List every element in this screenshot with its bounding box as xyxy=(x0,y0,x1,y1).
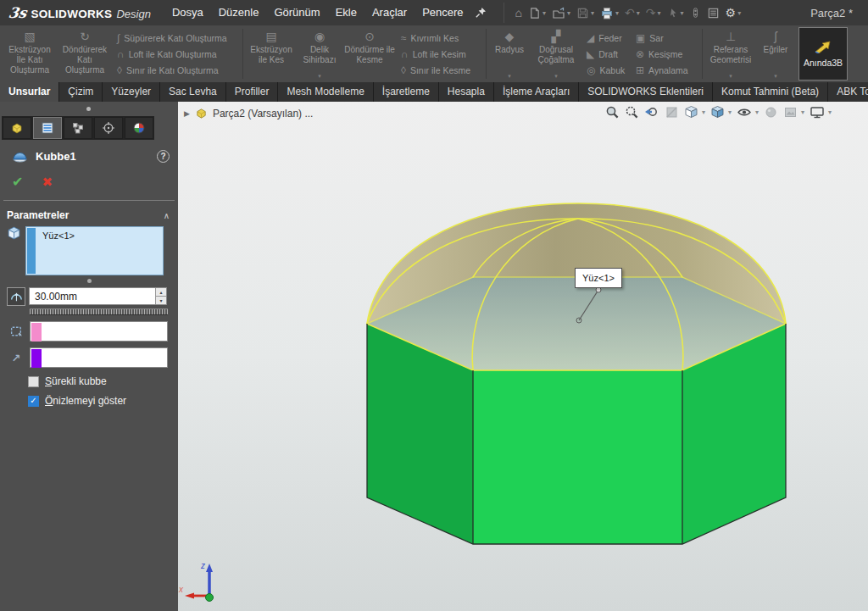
selection-box-resize-dot[interactable] xyxy=(87,279,92,283)
pin-menu-button[interactable] xyxy=(475,7,487,19)
view-settings-button[interactable]: ▾ xyxy=(810,105,832,119)
zoom-area-button[interactable] xyxy=(625,105,639,119)
rebuild-button[interactable] xyxy=(687,3,704,23)
previous-view-button[interactable] xyxy=(644,105,659,119)
panel-tab-dimxpert-manager[interactable] xyxy=(94,117,123,139)
swept-cut-button[interactable]: ≈ Kıvrımlı Kes xyxy=(401,31,479,46)
tab-solidworks-eklentileri[interactable]: SOLIDWORKS Eklentileri xyxy=(579,82,713,102)
graphics-viewport[interactable]: z x ▶ Parça2 (Varsayılan) ... xyxy=(178,102,868,611)
mirror-button[interactable]: ⊞ Aynalama xyxy=(636,63,695,78)
cancel-button[interactable]: ✖ xyxy=(42,175,53,190)
options-button[interactable]: ⚙ ▾ xyxy=(723,3,744,23)
apply-scene-button[interactable]: ▾ xyxy=(783,105,804,119)
tab-unsurlar[interactable]: Unsurlar xyxy=(0,82,59,102)
feature-tree-root[interactable]: ▶ Parça2 (Varsayılan) ... xyxy=(184,107,313,119)
dome-height-icon xyxy=(9,290,23,303)
undo-button[interactable]: ↶ ▾ xyxy=(622,3,643,23)
tab-hesapla[interactable]: Hesapla xyxy=(439,82,494,102)
rebuild-icon xyxy=(690,6,701,19)
face-selection-box[interactable]: Yüz<1> xyxy=(25,226,164,275)
menu-duzenle[interactable]: Düzenle xyxy=(211,0,267,25)
tab-sac-levha[interactable]: Sac Levha xyxy=(160,82,226,102)
select-button[interactable]: ▾ xyxy=(665,3,687,23)
direction-selection-box[interactable] xyxy=(30,347,168,368)
lofted-cut-button[interactable]: ∩ Loft ile Kesim xyxy=(401,47,479,62)
section-view-button[interactable] xyxy=(665,105,679,119)
tab-komut-tahmini[interactable]: Komut Tahmini (Beta) xyxy=(713,82,828,102)
display-style-button[interactable]: ▾ xyxy=(710,105,732,119)
tab-isleme-araclari[interactable]: İşleme Araçları xyxy=(494,82,579,102)
boss-feature-list: ∫ Süpürerek Katı Oluşturma ∩ Loft ile Ka… xyxy=(113,27,240,81)
rib-button[interactable]: ◢ Feder xyxy=(587,31,627,46)
panel-tab-display-manager[interactable] xyxy=(125,117,153,139)
boundary-cut-button[interactable]: ◊ Sınır ile Kesme xyxy=(401,63,479,78)
spin-down-button[interactable]: ▾ xyxy=(155,296,166,304)
panel-tab-configuration-manager[interactable] xyxy=(64,117,92,139)
redo-button[interactable]: ↷ ▾ xyxy=(643,3,664,23)
panel-tab-featuremanager-tree[interactable] xyxy=(3,117,31,139)
shell-button[interactable]: ◎ Kabuk xyxy=(587,63,627,78)
tab-isaretleme[interactable]: İşaretleme xyxy=(374,82,439,102)
boss-extrude-button[interactable]: ▧ Ekstrüzyon İle Katı Oluşturma xyxy=(3,27,57,81)
home-button[interactable]: ⌂ xyxy=(513,3,525,23)
parameters-section-header[interactable]: Parametreler ∧ xyxy=(0,201,178,226)
menu-araclar[interactable]: Araçlar xyxy=(364,0,415,25)
dome-distance-button[interactable] xyxy=(7,287,25,306)
logo-3ds-mark: 3s xyxy=(8,4,28,21)
open-button[interactable]: ▾ xyxy=(549,3,573,23)
distance-thumbwheel[interactable] xyxy=(30,308,168,315)
show-preview-checkbox-row[interactable]: ✓ Önizlemeyi göster xyxy=(28,395,178,407)
revolved-cut-button[interactable]: ⊙ Döndürme ile Kesme xyxy=(342,27,397,81)
swept-boss-button[interactable]: ∫ Süpürerek Katı Oluşturma xyxy=(117,31,236,46)
save-button[interactable]: ▾ xyxy=(574,3,597,23)
new-document-button[interactable]: ▾ xyxy=(526,3,548,23)
print-button[interactable]: ▾ xyxy=(598,3,621,23)
linear-pattern-button[interactable]: ▞ Doğrusal Çoğaltma ▾ xyxy=(530,27,582,81)
boundary-boss-button[interactable]: ◊ Sınır ile Katı Oluşturma xyxy=(117,63,236,78)
fillet-button[interactable]: ◆ Radyus ▾ xyxy=(489,27,530,81)
tab-mesh-modelleme[interactable]: Mesh Modelleme xyxy=(278,82,373,102)
view-orientation-icon xyxy=(684,105,698,119)
menu-gorunum[interactable]: Görünüm xyxy=(266,0,327,25)
selection-scrollbar[interactable] xyxy=(27,228,36,274)
selected-face-item[interactable]: Yüz<1> xyxy=(36,228,75,274)
wrap-button[interactable]: ▣ Sar xyxy=(636,31,695,46)
edit-appearance-button[interactable] xyxy=(764,105,778,119)
instant3d-button[interactable]: Anında3B xyxy=(798,27,848,81)
constraint-selection-box[interactable] xyxy=(30,321,168,342)
menu-dosya[interactable]: Dosya xyxy=(164,0,211,25)
ok-button[interactable]: ✔ xyxy=(12,174,23,190)
reference-geometry-button[interactable]: ⊥ Referans Geometrisi ▾ xyxy=(705,27,756,81)
hole-wizard-icon: ◉ xyxy=(314,31,325,45)
spin-up-button[interactable]: ▴ xyxy=(155,288,166,296)
distance-input[interactable]: 30.00mm ▴ ▾ xyxy=(29,287,167,305)
extruded-cut-button[interactable]: ▤ Ekstrüzyon ile Kes xyxy=(246,27,297,81)
panel-top-splitter[interactable] xyxy=(0,102,178,115)
model-front-face[interactable] xyxy=(473,370,682,544)
revolve-boss-button[interactable]: ↻ Döndürerek Katı Oluşturma xyxy=(57,27,113,81)
continuous-dome-checkbox-row[interactable]: Sürekli kubbe xyxy=(28,375,178,387)
menu-ekle[interactable]: Ekle xyxy=(328,0,364,25)
file-properties-button[interactable] xyxy=(704,3,722,23)
hole-wizard-button[interactable]: ◉ Delik Sihirbazı ▾ xyxy=(297,27,342,81)
zoom-fit-button[interactable] xyxy=(605,105,620,119)
help-button[interactable]: ? xyxy=(157,150,170,163)
panel-tab-propertymanager[interactable] xyxy=(33,117,62,139)
tab-abk-tools[interactable]: ABK Tools xyxy=(828,82,868,102)
hide-show-items-button[interactable]: ▾ xyxy=(737,105,759,119)
continuous-dome-checkbox[interactable] xyxy=(28,376,39,387)
view-orientation-button[interactable]: ▾ xyxy=(684,105,705,119)
eye-icon xyxy=(737,105,752,119)
loft-cut-icon: ∩ xyxy=(401,49,409,59)
tab-yuzeyler[interactable]: Yüzeyler xyxy=(103,82,160,102)
orientation-triad: z x xyxy=(178,561,214,602)
tab-cizim[interactable]: Çizim xyxy=(59,82,103,102)
curves-button[interactable]: ʃ Eğriler ▾ xyxy=(756,27,795,81)
tab-profiller[interactable]: Profiller xyxy=(226,82,279,102)
draft-button[interactable]: ◣ Draft xyxy=(587,47,627,62)
tree-expand-icon[interactable]: ▶ xyxy=(184,109,190,118)
lofted-boss-button[interactable]: ∩ Loft ile Katı Oluşturma xyxy=(117,47,236,62)
show-preview-checkbox[interactable]: ✓ xyxy=(28,396,39,407)
intersect-button[interactable]: ⊗ Kesişme xyxy=(636,47,695,62)
menu-pencere[interactable]: Pencere xyxy=(415,0,470,25)
